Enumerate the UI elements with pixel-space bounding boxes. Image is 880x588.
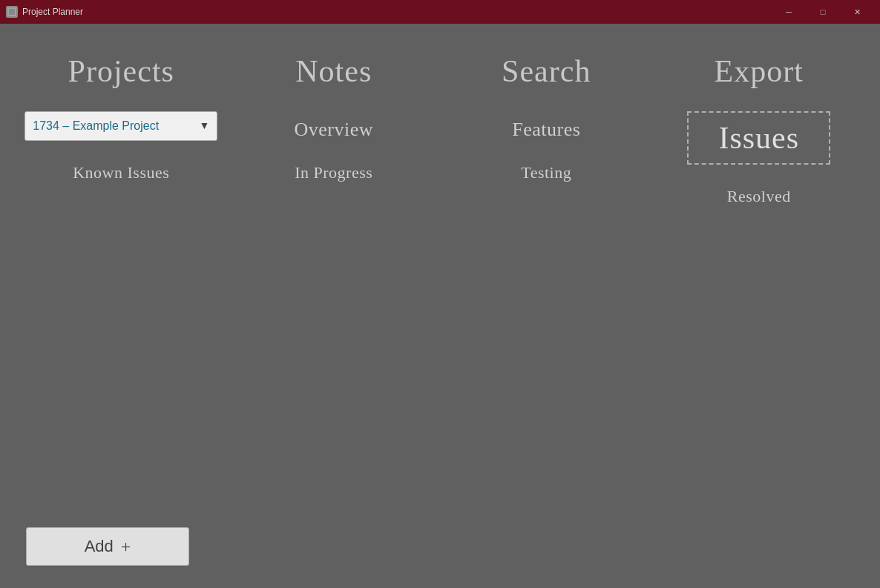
main-content: Projects 1734 – Example Project ▼ Known … xyxy=(0,24,880,588)
project-dropdown[interactable]: 1734 – Example Project ▼ xyxy=(24,111,217,141)
known-issues-link[interactable]: Known Issues xyxy=(73,163,169,182)
close-button[interactable]: ✕ xyxy=(840,0,874,24)
title-bar-left: Project Planner xyxy=(6,6,83,18)
issues-box[interactable]: Issues xyxy=(687,111,830,165)
app-icon xyxy=(6,6,18,18)
projects-header: Projects xyxy=(68,53,174,89)
testing-link[interactable]: Testing xyxy=(521,163,571,182)
plus-icon: + xyxy=(121,537,131,557)
notes-header[interactable]: Notes xyxy=(295,53,372,89)
svg-rect-1 xyxy=(9,9,12,11)
features-link[interactable]: Features xyxy=(512,119,580,141)
chevron-down-icon: ▼ xyxy=(199,120,209,132)
maximize-button[interactable]: □ xyxy=(806,0,840,24)
add-button-label: Add xyxy=(85,537,114,556)
app-title: Project Planner xyxy=(22,7,83,17)
export-column: Export Issues Resolved xyxy=(653,39,866,573)
notes-column: Notes Overview In Progress xyxy=(228,39,441,573)
overview-link[interactable]: Overview xyxy=(294,119,373,141)
export-header[interactable]: Export xyxy=(715,53,804,89)
window-controls: ─ □ ✕ xyxy=(772,0,874,24)
issues-label: Issues xyxy=(718,120,799,156)
search-header[interactable]: Search xyxy=(502,53,591,89)
projects-column: Projects 1734 – Example Project ▼ Known … xyxy=(15,39,228,573)
search-column: Search Features Testing xyxy=(440,39,653,573)
minimize-button[interactable]: ─ xyxy=(772,0,806,24)
project-dropdown-value: 1734 – Example Project xyxy=(33,119,159,133)
in-progress-link[interactable]: In Progress xyxy=(295,163,372,182)
add-button[interactable]: Add + xyxy=(26,527,189,566)
resolved-link[interactable]: Resolved xyxy=(727,187,791,206)
title-bar: Project Planner ─ □ ✕ xyxy=(0,0,880,24)
